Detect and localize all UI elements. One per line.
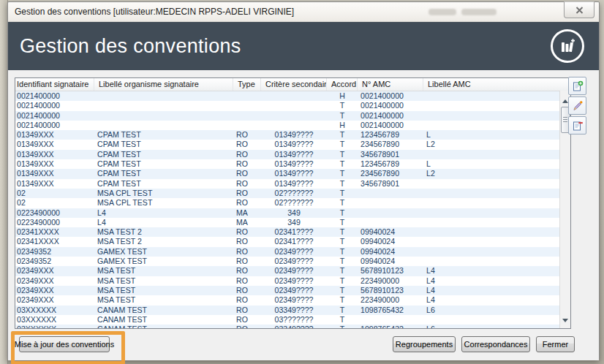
column-header[interactable]: Identifiant signataire [15, 78, 94, 91]
table-cell: 09940024 [358, 247, 423, 257]
table-row[interactable]: 02341XXXXMSA TEST 2RO02341????T09940024 [15, 227, 570, 237]
table-cell: MSA TEST 2 [94, 227, 233, 237]
table-row[interactable]: 03XXXXXXCANAM TESTRO03349????T1098765432… [15, 325, 570, 329]
table-cell [423, 150, 570, 159]
scroll-down-icon[interactable] [562, 319, 568, 322]
table-cell: L4 [423, 266, 570, 276]
table-cell: CANAM TEST [94, 325, 233, 329]
correspondances-button[interactable]: Correspondances [461, 336, 530, 352]
table-row[interactable]: 02341XXXXMSA TEST 2RO02341????T09940024 [15, 237, 570, 246]
table-cell: RO [233, 276, 261, 286]
table-row[interactable]: 01349XXXCPAM TESTRO01349????T123456789L [15, 130, 570, 140]
table-cell: 0223490000 [15, 218, 94, 227]
library-add-icon [551, 29, 584, 63]
table-cell: 03349???? [261, 306, 327, 315]
delete-convention-button[interactable] [568, 116, 586, 134]
table-cell: T [327, 189, 358, 198]
table-cell [233, 91, 261, 101]
table-cell: 345678901 [358, 150, 423, 159]
table-cell: 02349XXX [15, 286, 94, 295]
table-cell: RO [233, 325, 261, 329]
table-cell: L [423, 130, 570, 140]
table-cell: T [327, 315, 358, 325]
table-cell: 01349XXX [15, 130, 94, 140]
table-cell: 02??????? [261, 189, 327, 198]
table-row[interactable]: 02349XXXMSA TESTRO02349????T5678910123L4 [15, 266, 570, 276]
table-cell: T [327, 227, 358, 237]
table-cell: 234567890 [358, 140, 423, 149]
table-cell: MSA TEST [94, 295, 233, 305]
delete-record-icon [572, 120, 584, 132]
close-icon [575, 7, 584, 14]
edit-convention-button[interactable] [568, 96, 586, 115]
table-cell [423, 189, 570, 198]
table-row[interactable]: 01349XXXCPAM TESTRO01349????T234567890L2 [15, 140, 570, 149]
table-cell: 0021400000 [15, 121, 94, 130]
update-conventions-button[interactable]: Mise à jour des conventions [19, 336, 110, 352]
table-row[interactable]: 02349XXXMSA TESTRO02349????T223490000L4 [15, 276, 570, 286]
scroll-up-icon[interactable] [562, 99, 568, 103]
table-row[interactable]: 02349XXXMSA TESTRO02349????T223490000L4 [15, 295, 570, 305]
table-row[interactable]: 02349352GAMEX TESTRO02349????T09940024 [15, 247, 570, 257]
table-row[interactable]: 01349XXXCPAM TESTRO01349????T123456789L [15, 159, 570, 169]
column-header[interactable]: Libellé AMC [423, 78, 570, 91]
table-row[interactable]: 02MSA CPL TESTRO02???????T [15, 189, 570, 198]
table-row[interactable]: 01349XXXCPAM TESTRO01349????T345678901 [15, 150, 570, 159]
table-row[interactable]: 03XXXXXXCANAM TESTRO03???????T [15, 315, 570, 325]
table-cell [358, 198, 423, 208]
table-cell [233, 121, 261, 130]
table-row[interactable]: 03XXXXXXCANAM TESTRO03349????T1098765432… [15, 306, 570, 315]
table-cell: 5678910123 [358, 286, 423, 295]
table-cell: GAMEX TEST [94, 247, 233, 257]
table-cell [423, 227, 570, 237]
table-row[interactable]: 0223490000L4MA349T [15, 208, 570, 218]
table-cell: 02349???? [261, 295, 327, 305]
table-row[interactable]: 02349352GAMEX TESTRO02349????T09940024 [15, 257, 570, 266]
table-cell: 03??????? [261, 315, 327, 325]
table-row[interactable]: 01349XXXCPAM TESTRO01349????T234567890L2 [15, 169, 570, 178]
close-button[interactable] [564, 1, 594, 18]
table-cell: 02??????? [261, 198, 327, 208]
fermer-button[interactable]: Fermer [536, 336, 575, 352]
table-cell: T [327, 306, 358, 315]
thumb-grip [563, 117, 567, 118]
table-cell: CPAM TEST [94, 169, 233, 178]
table-cell: RO [233, 159, 261, 169]
table-cell: MSA CPL TEST [94, 189, 233, 198]
column-header[interactable]: Accord [327, 78, 358, 91]
table-row[interactable]: 0021400000T0021400000 [15, 111, 570, 121]
table-row[interactable]: 0021400000H0021400000 [15, 91, 570, 101]
table-row[interactable]: 0021400000H0021400000 [15, 121, 570, 130]
table-cell: T [327, 295, 358, 305]
table-header: Identifiant signataireLibellé organisme … [15, 78, 570, 91]
table-cell: L2 [423, 140, 570, 149]
column-header[interactable]: N° AMC [358, 78, 423, 91]
table-cell: L4 [423, 286, 570, 295]
table-cell: T [327, 198, 358, 208]
add-convention-button[interactable] [568, 77, 586, 95]
edit-record-icon [572, 100, 584, 112]
table-row[interactable]: 01349XXXCPAM TESTRO01349????T345678901 [15, 179, 570, 189]
table-cell: 03XXXXXX [15, 325, 94, 329]
column-header[interactable]: Libellé organisme signataire [94, 78, 233, 91]
table-cell: 03349???? [261, 325, 327, 329]
table-cell: 02341XXXX [15, 227, 94, 237]
regroupements-button[interactable]: Regroupements [393, 336, 456, 352]
add-record-icon [572, 80, 584, 92]
table-cell: T [327, 111, 358, 121]
table-body: 0021400000H00214000000021400000T00214000… [15, 91, 570, 329]
column-header[interactable]: Type [233, 78, 261, 91]
table-row[interactable]: 02349XXXMSA TESTRO02349????T5678910123L4 [15, 286, 570, 295]
table-cell: T [327, 257, 358, 266]
redacted-text [429, 9, 456, 15]
table-cell: 01349XXX [15, 169, 94, 178]
table-row[interactable]: 02MSA CPL TESTRO02???????T [15, 198, 570, 208]
column-header[interactable]: Critère secondaire [261, 78, 327, 91]
table-cell: T [327, 276, 358, 286]
table-row[interactable]: 0223490000L4MA349T [15, 218, 570, 227]
page-title: Gestion des conventions [20, 35, 241, 58]
table-cell: RO [233, 286, 261, 295]
table-cell: T [327, 247, 358, 257]
table-row[interactable]: 0021400000T0021400000 [15, 101, 570, 110]
titlebar[interactable]: Gestion des conventions [utilisateur:MED… [8, 2, 599, 22]
